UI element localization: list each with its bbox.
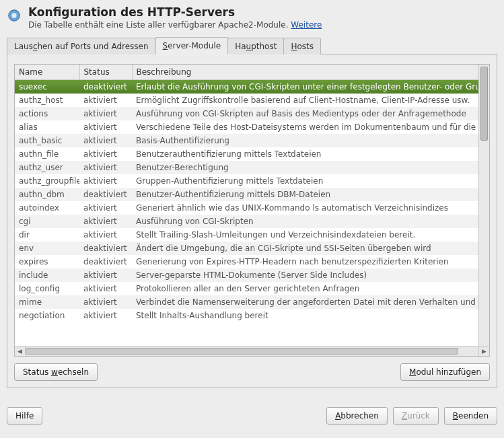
table-row[interactable]: suexecdeaktiviertErlaubt die Ausführung … (15, 80, 478, 94)
cell-status: aktiviert (79, 94, 132, 107)
tab-bar: Lauschen auf Ports und AdressenServer-Mo… (7, 36, 497, 54)
scroll-right-icon[interactable]: ▶ (478, 346, 489, 356)
cell-name: dir (15, 228, 79, 242)
vertical-scrollbar-thumb[interactable] (480, 67, 488, 141)
cell-status: aktiviert (79, 215, 132, 228)
cell-desc: Server-geparste HTML-Dokumente (Server S… (132, 268, 478, 282)
cell-name: authz_groupfile (15, 174, 79, 188)
cell-desc: Verschiedene Teile des Host-Dateisystems… (132, 120, 478, 134)
cell-desc: Generiert ähnlich wie das UNIX-Kommando … (132, 201, 478, 215)
tab-0[interactable]: Lauschen auf Ports und Adressen (7, 38, 156, 54)
more-link[interactable]: Weitere (291, 20, 322, 30)
table-row[interactable]: auth_basicaktiviertBasis-Authentifizieru… (15, 134, 478, 147)
table-row[interactable]: autoindexaktiviertGeneriert ähnlich wie … (15, 201, 478, 215)
panel-server-modules: Name Status Beschreibung suexecdeaktivie… (7, 54, 497, 388)
table-row[interactable]: authz_useraktiviertBenutzer-Berechtigung (15, 161, 478, 174)
cell-status: deaktiviert (79, 255, 132, 268)
table-row[interactable]: diraktiviertStellt Trailing-Slash-Umleit… (15, 228, 478, 242)
col-desc[interactable]: Beschreibung (132, 65, 478, 80)
cell-status: aktiviert (79, 174, 132, 188)
tab-1[interactable]: Server-Module (155, 37, 229, 54)
cell-name: suexec (15, 80, 79, 94)
cell-status: aktiviert (79, 201, 132, 215)
cell-desc: Protokollieren aller an den Server geric… (132, 282, 478, 295)
page-subtitle: Die Tabelle enthält eine Liste aller ver… (28, 20, 322, 30)
table-row[interactable]: authz_hostaktiviertErmöglicht Zugriffsko… (15, 94, 478, 107)
cell-desc: Basis-Authentifizierung (132, 134, 478, 147)
cell-status: aktiviert (79, 107, 132, 120)
module-table: Name Status Beschreibung suexecdeaktivie… (15, 65, 478, 320)
cell-status: aktiviert (79, 295, 132, 309)
cell-status: aktiviert (79, 228, 132, 242)
cell-desc: Ändert die Umgebung, die an CGI-Skripte … (132, 242, 478, 255)
cell-name: autoindex (15, 201, 79, 215)
horizontal-scrollbar[interactable]: ◀ ▶ (14, 346, 490, 357)
cell-status: aktiviert (79, 147, 132, 161)
table-row[interactable]: actionsaktiviertAusführung von CGI-Skrip… (15, 107, 478, 120)
cell-desc: Generierung von Expires-HTTP-Headern nac… (132, 255, 478, 268)
cell-desc: Benutzer-Authentifizierung mittels DBM-D… (132, 188, 478, 201)
cell-desc: Verbindet die Namenserweiterung der ange… (132, 295, 478, 309)
cell-status: aktiviert (79, 282, 132, 295)
cell-status: aktiviert (79, 309, 132, 320)
table-row[interactable]: aliasaktiviertVerschiedene Teile des Hos… (15, 120, 478, 134)
tab-3[interactable]: Hosts (283, 38, 321, 54)
horizontal-scrollbar-track[interactable] (26, 346, 478, 356)
table-row[interactable]: mimeaktiviertVerbindet die Namenserweite… (15, 295, 478, 309)
finish-button[interactable]: Beenden (444, 407, 497, 425)
svg-point-1 (11, 13, 16, 17)
cell-desc: Ausführung von CGI-Skripten auf Basis de… (132, 107, 478, 120)
cell-name: expires (15, 255, 79, 268)
footer: Hilfe Abbrechen Zurück Beenden (7, 407, 497, 425)
cell-status: aktiviert (79, 161, 132, 174)
table-row[interactable]: authz_groupfileaktiviertGruppen-Authenti… (15, 174, 478, 188)
cell-name: log_config (15, 282, 79, 295)
server-icon (7, 8, 22, 23)
horizontal-scrollbar-thumb[interactable] (26, 348, 458, 355)
cell-desc: Ausführung von CGI-Skripten (132, 215, 478, 228)
cell-status: deaktiviert (79, 188, 132, 201)
cell-desc: Stellt Inhalts-Aushandlung bereit (132, 309, 478, 320)
cell-desc: Benutzer-Berechtigung (132, 161, 478, 174)
module-table-scroll[interactable]: Name Status Beschreibung suexecdeaktivie… (15, 65, 478, 346)
cancel-button[interactable]: Abbrechen (326, 407, 388, 425)
table-row[interactable]: log_configaktiviertProtokollieren aller … (15, 282, 478, 295)
cell-name: authn_file (15, 147, 79, 161)
cell-name: cgi (15, 215, 79, 228)
cell-desc: Stellt Trailing-Slash-Umleitungen und Ve… (132, 228, 478, 242)
cell-name: negotiation (15, 309, 79, 320)
add-module-button[interactable]: Modul hinzufügen (400, 363, 490, 381)
cell-name: mime (15, 295, 79, 309)
cell-status: aktiviert (79, 134, 132, 147)
table-row[interactable]: envdeaktiviertÄndert die Umgebung, die a… (15, 242, 478, 255)
tab-2[interactable]: Haupthost (227, 38, 284, 54)
col-name[interactable]: Name (15, 65, 79, 80)
help-button[interactable]: Hilfe (7, 407, 42, 425)
table-row[interactable]: expiresdeaktiviertGenerierung von Expire… (15, 255, 478, 268)
cell-name: actions (15, 107, 79, 120)
cell-name: alias (15, 120, 79, 134)
table-row[interactable]: cgiaktiviertAusführung von CGI-Skripten (15, 215, 478, 228)
page-title: Konfiguration des HTTP-Servers (28, 5, 322, 19)
vertical-scrollbar[interactable] (478, 65, 489, 346)
cell-status: deaktiviert (79, 242, 132, 255)
cell-name: authz_user (15, 161, 79, 174)
toggle-status-button[interactable]: Status wechseln (14, 363, 98, 381)
cell-desc: Gruppen-Authentifizierung mittels Textda… (132, 174, 478, 188)
page-header: Konfiguration des HTTP-Servers Die Tabel… (7, 5, 497, 30)
cell-desc: Erlaubt die Ausführung von CGI-Skripten … (132, 80, 478, 94)
cell-name: authz_host (15, 94, 79, 107)
cell-name: auth_basic (15, 134, 79, 147)
col-status[interactable]: Status (79, 65, 132, 80)
cell-status: aktiviert (79, 120, 132, 134)
back-button: Zurück (393, 407, 439, 425)
scroll-left-icon[interactable]: ◀ (15, 346, 26, 356)
table-row[interactable]: authn_fileaktiviertBenutzerauthentifizie… (15, 147, 478, 161)
cell-name: include (15, 268, 79, 282)
table-row[interactable]: authn_dbmdeaktiviertBenutzer-Authentifiz… (15, 188, 478, 201)
table-row[interactable]: includeaktiviertServer-geparste HTML-Dok… (15, 268, 478, 282)
cell-name: authn_dbm (15, 188, 79, 201)
cell-name: env (15, 242, 79, 255)
table-row[interactable]: negotiationaktiviertStellt Inhalts-Ausha… (15, 309, 478, 320)
cell-desc: Ermöglicht Zugriffskontrolle basierend a… (132, 94, 478, 107)
